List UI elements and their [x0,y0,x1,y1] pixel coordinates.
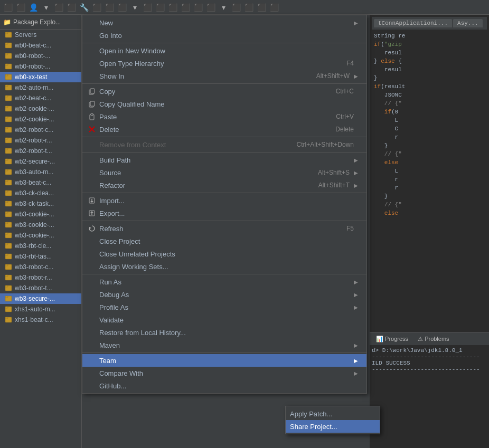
toolbar-btn-13[interactable]: ⬛ [167,2,178,13]
svg-rect-27 [5,169,8,171]
menu-item-validate[interactable]: Validate [82,313,366,326]
svg-marker-69 [90,211,93,213]
pkg-item-1[interactable]: wb0-beat-c... [0,40,81,51]
toolbar-btn-3[interactable]: 👤 [27,2,39,13]
menu-item-paste[interactable]: PasteCtrl+V [82,110,366,123]
toolbar-btn-20[interactable]: ⬛ [256,2,267,13]
pkg-item-17[interactable]: wb3-cookie-... [0,209,81,220]
menu-item-new[interactable]: New▶ [82,16,366,29]
menu-item-profile-as[interactable]: Profile As▶ [82,301,366,313]
menu-item-go-into[interactable]: Go Into [82,29,366,42]
menu-item-team[interactable]: Team▶ [82,354,366,367]
toolbar-btn-18[interactable]: ⬛ [230,2,242,13]
package-explorer: 📁 Package Explo... Serverswb0-beat-c...w… [0,15,82,448]
menu-label-open-type-hierarchy: Open Type Hierarchy [99,60,325,68]
package-explorer-header: 📁 Package Explo... [0,15,81,30]
toolbar-btn-7[interactable]: ⬛ [91,2,102,13]
menu-item-copy-qualified[interactable]: Copy Qualified Name [82,98,366,110]
menu-item-assign-working[interactable]: Assign Working Sets... [82,260,366,273]
pkg-item-7[interactable]: wb2-cookie-... [0,103,81,114]
console-tab-problems[interactable]: ⚠ Problems [413,335,454,344]
menu-item-run-as[interactable]: Run As▶ [82,275,366,288]
menu-item-open-type-hierarchy[interactable]: Open Type HierarchyF4 [82,57,366,70]
toolbar-btn-2[interactable]: ⬛ [15,2,26,13]
toolbar-btn-8[interactable]: ⬛ [104,2,115,13]
toolbar-btn-10[interactable]: ▾ [129,2,140,13]
pkg-item-icon-9 [4,126,13,134]
menu-separator-after-maven [82,352,366,353]
menu-item-close-unrelated[interactable]: Close Unrelated Projects [82,247,366,260]
menu-item-export[interactable]: Export... [82,207,366,220]
toolbar-btn-1[interactable]: ⬛ [2,2,14,13]
menu-item-open-window[interactable]: Open in New Window [82,44,366,57]
pkg-item-label-22: wb3-robot-c... [15,263,53,271]
pkg-item-15[interactable]: wb3-ck-clea... [0,188,81,198]
toolbar-btn-4[interactable]: ⬛ [53,2,64,13]
pkg-item-18[interactable]: wb3-cookie-... [0,220,81,230]
pkg-item-0[interactable]: Servers [0,30,81,40]
pkg-item-11[interactable]: wb2-robot-t... [0,146,81,156]
pkg-item-23[interactable]: wb3-robot-r... [0,272,81,283]
pkg-item-4[interactable]: wb0-xx-test [0,72,81,82]
menu-item-refresh[interactable]: RefreshF5 [82,222,366,235]
menu-item-build-path[interactable]: Build Path▶ [82,154,366,166]
toolbar-btn-9[interactable]: ⬛ [116,2,128,13]
menu-separator-after-go-into [82,43,366,43]
toolbar-btn-15[interactable]: ⬛ [192,2,204,13]
pkg-item-label-25: wb3-secure-... [15,295,55,302]
pkg-item-16[interactable]: wb3-ck-task... [0,198,81,209]
menu-item-maven[interactable]: Maven▶ [82,339,366,351]
pkg-item-19[interactable]: wb3-cookie-... [0,230,81,241]
pkg-item-label-8: wb2-cookie-... [15,116,54,123]
toolbar-btn-14[interactable]: ⬛ [180,2,191,13]
pkg-item-2[interactable]: wb0-robot-... [0,51,81,61]
pkg-item-27[interactable]: xhs1-beat-c... [0,314,81,325]
menu-item-import[interactable]: Import... [82,194,366,207]
pkg-item-21[interactable]: wb3-rbt-tas... [0,251,81,262]
pkg-item-12[interactable]: wb2-secure-... [0,156,81,167]
pkg-item-26[interactable]: xhs1-auto-m... [0,304,81,314]
menu-item-close-project[interactable]: Close Project [82,235,366,247]
code-tab-1[interactable]: tConnApplicationi... [374,19,452,27]
toolbar-btn-17[interactable]: ▾ [218,2,229,13]
pkg-item-3[interactable]: wb0-robot-... [0,61,81,72]
pkg-item-25[interactable]: wb3-secure-... [0,293,81,304]
menu-label-validate: Validate [99,316,333,324]
menu-item-delete[interactable]: DeleteDelete [82,123,366,136]
toolbar-btn-21[interactable]: ⬛ [268,2,280,13]
svg-rect-37 [5,222,8,224]
menu-item-github[interactable]: GitHub... [82,379,366,392]
submenu-item-apply-patch[interactable]: Apply Patch... [286,407,380,420]
menu-item-restore-history[interactable]: Restore from Local History... [82,326,366,339]
pkg-item-9[interactable]: wb2-robot-c... [0,125,81,135]
menu-item-compare-with[interactable]: Compare With▶ [82,367,366,379]
menu-arrow-debug-as: ▶ [354,292,358,298]
pkg-item-20[interactable]: wb3-rbt-cle... [0,241,81,251]
console-tab-progress[interactable]: 📊 Progress [372,335,412,344]
menu-item-debug-as[interactable]: Debug As▶ [82,288,366,301]
toolbar-btn-19[interactable]: ⬛ [243,2,255,13]
pkg-item-24[interactable]: wb3-robot-t... [0,283,81,293]
pkg-item-10[interactable]: wb2-robot-r... [0,135,81,146]
pkg-item-5[interactable]: wb2-auto-m... [0,82,81,93]
pkg-item-22[interactable]: wb3-robot-c... [0,262,81,272]
toolbar-btn-5[interactable]: ⬛ [65,2,77,13]
pkg-item-14[interactable]: wb3-beat-c... [0,177,81,188]
menu-item-copy[interactable]: CopyCtrl+C [82,85,366,98]
toolbar-btn-6[interactable]: 🔧 [78,2,90,13]
menu-icon-import [87,196,97,205]
toolbar-dropdown[interactable]: ▾ [40,2,52,13]
code-tab-2[interactable]: Asy... [453,19,483,27]
pkg-item-6[interactable]: wb2-beat-c... [0,93,81,103]
menu-item-show-in[interactable]: Show InAlt+Shift+W▶ [82,70,366,82]
menu-item-source[interactable]: SourceAlt+Shift+S▶ [82,166,366,179]
pkg-item-8[interactable]: wb2-cookie-... [0,114,81,125]
submenu-item-share-project[interactable]: Share Project... [286,420,380,433]
menu-item-refactor[interactable]: RefactorAlt+Shift+T▶ [82,179,366,192]
toolbar-btn-11[interactable]: ⬛ [142,2,153,13]
toolbar-btn-12[interactable]: ⬛ [154,2,166,13]
toolbar-btn-16[interactable]: ⬛ [205,2,217,13]
pkg-item-label-27: xhs1-beat-c... [15,316,53,323]
pkg-item-label-13: wb3-auto-m... [15,168,53,176]
pkg-item-13[interactable]: wb3-auto-m... [0,167,81,177]
